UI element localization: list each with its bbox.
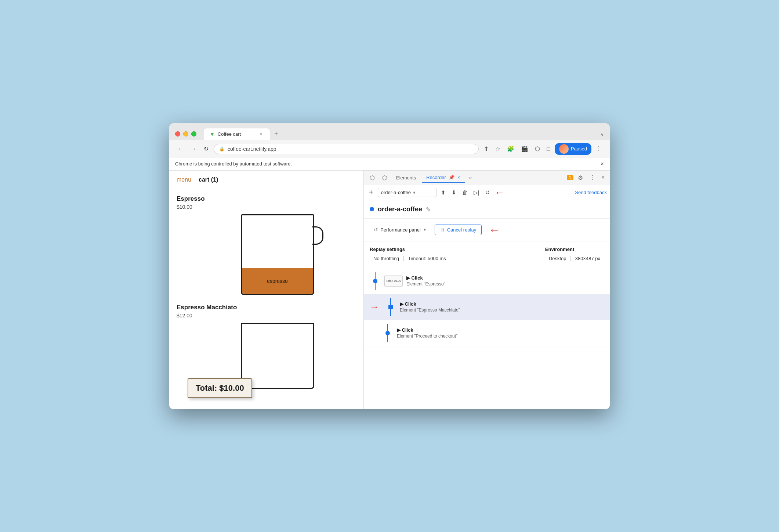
desktop-value: Desktop	[545, 254, 570, 263]
espresso-product: Espresso $10.00 espresso	[177, 195, 356, 295]
replay-button[interactable]: ▷|	[471, 188, 482, 197]
tab-elements[interactable]: Elements	[392, 173, 420, 183]
timeout-value: Timeout: 5000 ms	[404, 254, 450, 263]
step-1-thumbnail: Total: $0.00	[384, 276, 403, 287]
bookmark-button[interactable]: ☆	[493, 144, 503, 154]
resolution-value: 380×487 px	[572, 254, 604, 263]
replay-arrow-indicator: ←	[488, 223, 500, 237]
recording-select-value: order-a-coffee	[381, 190, 411, 195]
send-feedback-link[interactable]: Send feedback	[575, 190, 607, 195]
devtools-tabs: ⬡ ⬡ Elements Recorder 📌 × » 1 ⚙ ⋮ ×	[364, 171, 610, 185]
step-3[interactable]: ▶ Click Element "Proceed to checkout"	[364, 320, 610, 346]
forward-button[interactable]: →	[188, 144, 199, 154]
app-body: Espresso $10.00 espresso Espresso Macchi…	[169, 189, 363, 409]
performance-panel-button[interactable]: ↺ Performance panel ▼	[370, 224, 431, 235]
more-tabs-button[interactable]: »	[466, 173, 475, 182]
macchiato-name: Espresso Macchiato	[177, 304, 356, 311]
no-throttling-value: No throttling	[370, 254, 403, 263]
sidebar-button[interactable]: □	[544, 144, 552, 154]
share-button[interactable]: ⬆	[482, 144, 491, 154]
recorder-action-buttons: ⬆ ⬇ 🗑 ▷| ↺	[439, 188, 492, 197]
tab-favicon: ▼	[210, 131, 215, 137]
toolbar-arrow-indicator: ←	[494, 187, 505, 198]
environment-values: Desktop | 380×487 px	[545, 254, 604, 263]
inspector-icon-button[interactable]: ⬡	[367, 173, 378, 183]
maximize-button[interactable]	[191, 131, 196, 136]
cancel-replay-button[interactable]: ⏸ Cancel replay	[435, 225, 482, 235]
step-2[interactable]: → ▶ Click Element "Espresso Macchiato"	[364, 294, 610, 320]
step-1-timeline	[370, 272, 381, 290]
replay-controls: ↺ Performance panel ▼ ⏸ Cancel replay ←	[364, 219, 610, 241]
menu-link[interactable]: menu	[177, 176, 191, 183]
step-2-timeline	[385, 298, 396, 316]
perf-panel-label: Performance panel	[380, 227, 421, 233]
coffee-fill-label: espresso	[267, 278, 288, 284]
minimize-button[interactable]	[183, 131, 188, 136]
export-button[interactable]: ⬆	[439, 188, 448, 197]
recording-select[interactable]: order-a-coffee ▼	[378, 188, 436, 197]
issue-badge[interactable]: 1	[567, 175, 573, 180]
extensions-button[interactable]: 🧩	[505, 144, 517, 154]
tab-menu-button[interactable]: ∨	[601, 132, 604, 140]
cancel-icon: ⏸	[440, 227, 445, 233]
paused-badge: Paused	[555, 143, 591, 155]
devtools-settings-button[interactable]: ⚙	[575, 173, 586, 183]
paused-label: Paused	[571, 146, 587, 152]
automation-banner: Chrome is being controlled by automated …	[169, 158, 610, 171]
macchiato-product: Espresso Macchiato $12.00	[177, 304, 356, 389]
espresso-cup[interactable]: espresso	[241, 214, 314, 295]
espresso-price: $10.00	[177, 204, 356, 210]
browser-window: ▼ Coffee cart × + ∨ ← → ↻ 🔒 coffee-cart.…	[169, 123, 610, 409]
app-panel: menu cart (1) Espresso $10.00 espresso	[169, 171, 364, 409]
automation-banner-text: Chrome is being controlled by automated …	[175, 161, 292, 167]
recording-status-dot	[370, 207, 374, 211]
step-2-arrow: →	[370, 301, 379, 313]
step-1-action: ▶ Click	[406, 275, 604, 281]
replay-settings-values: No throttling | Timeout: 5000 ms	[370, 254, 450, 263]
cart-link[interactable]: cart (1)	[199, 176, 218, 183]
close-button[interactable]	[175, 131, 180, 136]
chevron-down-icon: ▼	[412, 190, 416, 195]
step-3-timeline	[382, 324, 393, 342]
banner-close-button[interactable]: ×	[601, 161, 604, 167]
reload-button[interactable]: ↻	[202, 144, 211, 154]
replay-settings-col: Replay settings No throttling | Timeout:…	[370, 247, 450, 263]
slow-replay-button[interactable]: ↺	[483, 188, 492, 197]
delete-button[interactable]: 🗑	[460, 188, 470, 197]
recording-name: order-a-coffee	[378, 205, 422, 213]
new-tab-button[interactable]: +	[270, 128, 283, 140]
active-tab[interactable]: ▼ Coffee cart ×	[204, 128, 270, 140]
cancel-replay-label: Cancel replay	[447, 227, 477, 233]
add-recording-button[interactable]: +	[367, 187, 376, 197]
back-button[interactable]: ←	[175, 144, 185, 154]
main-content: menu cart (1) Espresso $10.00 espresso	[169, 171, 610, 409]
split-view-button[interactable]: ⬡	[533, 144, 542, 154]
tabs-area: ▼ Coffee cart × + ∨	[204, 128, 604, 140]
environment-col: Environment Desktop | 380×487 px	[545, 247, 604, 263]
step-2-content: ▶ Click Element "Espresso Macchiato"	[400, 301, 604, 313]
tab-recorder[interactable]: Recorder 📌 ×	[422, 172, 464, 183]
tab-close-button[interactable]: ×	[258, 131, 264, 137]
toolbar-actions: ⬆ ☆ 🧩 🎬 ⬡ □ Paused ⋮	[482, 143, 604, 155]
app-nav: menu cart (1)	[169, 171, 363, 189]
edit-name-icon[interactable]: ✎	[426, 206, 431, 213]
lock-icon: 🔒	[219, 146, 225, 152]
import-button[interactable]: ⬇	[449, 188, 459, 197]
devtools-close-button[interactable]: ×	[599, 173, 607, 182]
device-toolbar-button[interactable]: ⬡	[379, 173, 390, 183]
espresso-name: Espresso	[177, 195, 356, 203]
url-text: coffee-cart.netlify.app	[228, 146, 473, 152]
step-1-content: ▶ Click Element "Espresso"	[406, 275, 604, 287]
replay-settings-label: Replay settings	[370, 247, 450, 252]
step-2-action: ▶ Click	[400, 301, 604, 307]
chrome-menu-button[interactable]: ⋮	[594, 144, 604, 154]
step-1[interactable]: Total: $0.00 ▶ Click Element "Espresso"	[364, 268, 610, 294]
recording-header: order-a-coffee ✎	[364, 200, 610, 219]
address-bar[interactable]: 🔒 coffee-cart.netlify.app	[214, 144, 479, 154]
step-2-desc: Element "Espresso Macchiato"	[400, 307, 604, 313]
traffic-lights	[175, 131, 196, 136]
devtools-more-button[interactable]: ⋮	[587, 173, 598, 183]
devtools-recording-button[interactable]: 🎬	[519, 144, 530, 154]
step-1-desc: Element "Espresso"	[406, 281, 604, 287]
cup-handle	[312, 226, 323, 245]
